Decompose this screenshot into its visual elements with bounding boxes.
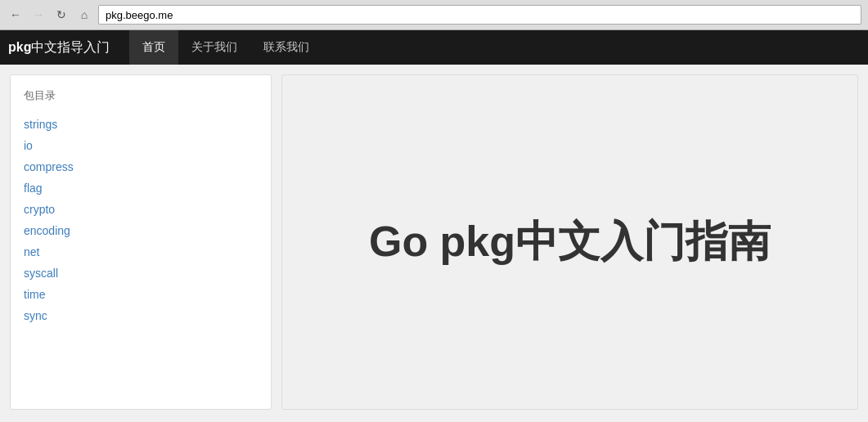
home-button[interactable]: ⌂ (75, 6, 93, 24)
sidebar-link-encoding[interactable]: encoding (24, 222, 258, 239)
site-title-pkg: pkg (8, 40, 31, 54)
sidebar: 包目录 strings io compress flag crypto enco… (10, 74, 272, 410)
sidebar-link-flag[interactable]: flag (24, 180, 258, 196)
hero-section: Go pkg中文入门指南 (281, 74, 858, 410)
back-button[interactable]: ← (7, 6, 25, 24)
sidebar-link-syscall[interactable]: syscall (24, 265, 258, 281)
sidebar-link-strings[interactable]: strings (24, 116, 258, 132)
browser-toolbar: ← → ↻ ⌂ pkg.beego.me (0, 0, 868, 29)
forward-button[interactable]: → (29, 6, 47, 24)
browser-chrome: ← → ↻ ⌂ pkg.beego.me (0, 0, 868, 30)
nav-link-home[interactable]: 首页 (129, 30, 178, 65)
nav-link-about[interactable]: 关于我们 (178, 30, 250, 65)
top-nav: pkg中文指导入门 首页 关于我们 联系我们 (0, 30, 868, 65)
sidebar-link-compress[interactable]: compress (24, 159, 258, 175)
main-content: 包目录 strings io compress flag crypto enco… (0, 65, 868, 420)
nav-link-contact[interactable]: 联系我们 (250, 30, 322, 65)
nav-links: 首页 关于我们 联系我们 (129, 30, 322, 65)
sidebar-link-net[interactable]: net (24, 244, 258, 260)
sidebar-link-io[interactable]: io (24, 137, 258, 154)
sidebar-links: strings io compress flag crypto encoding… (24, 116, 258, 324)
hero-title: Go pkg中文入门指南 (369, 213, 771, 271)
site-title-rest: 中文指导入门 (31, 40, 110, 54)
address-bar[interactable]: pkg.beego.me (98, 5, 861, 25)
sidebar-link-sync[interactable]: sync (24, 308, 258, 324)
url-text: pkg.beego.me (106, 9, 173, 21)
site-title: pkg中文指导入门 (8, 39, 110, 56)
sidebar-title: 包目录 (24, 88, 258, 103)
sidebar-link-time[interactable]: time (24, 286, 258, 303)
sidebar-link-crypto[interactable]: crypto (24, 201, 258, 218)
reload-button[interactable]: ↻ (52, 6, 70, 24)
